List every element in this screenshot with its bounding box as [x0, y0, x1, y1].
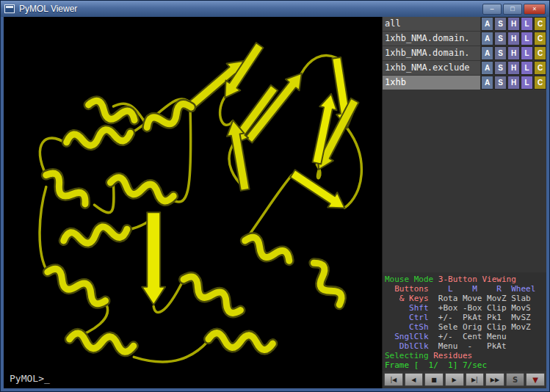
keys-label: & Keys — [385, 294, 433, 303]
stop-button[interactable]: ■ — [424, 373, 444, 386]
action-menu-button[interactable]: A — [481, 46, 493, 60]
ctrl-values: +/- PkAt Pk1 MvSZ — [433, 313, 530, 322]
hide-menu-button[interactable]: H — [507, 17, 520, 31]
snglclk-row: SnglClk +/- Cent Menu — [385, 332, 544, 341]
mouse-mode-value: 3-Button Viewing — [438, 275, 516, 284]
dblclk-values: Menu - PkAt — [433, 341, 506, 351]
mouse-mode-label: Mouse Mode — [385, 275, 438, 284]
selecting-label: Selecting — [385, 351, 433, 360]
hide-menu-button[interactable]: H — [507, 32, 520, 46]
scene-button[interactable]: S — [506, 373, 525, 386]
cartoon-helices — [43, 98, 345, 352]
color-menu-button[interactable]: C — [534, 46, 546, 60]
ctsh-values: Sele Orig Clip MovZ — [433, 322, 530, 332]
keys-values: Rota Move MovZ Slab — [433, 294, 530, 303]
color-menu-button[interactable]: C — [534, 76, 546, 90]
color-menu-button[interactable]: C — [534, 32, 546, 46]
step-forward-button[interactable]: ▶| — [466, 373, 485, 386]
selecting-mode-line[interactable]: Selecting Residues — [385, 351, 544, 360]
app-icon — [4, 4, 15, 13]
object-name[interactable]: 1xhb — [383, 76, 480, 90]
label-menu-button[interactable]: L — [521, 32, 533, 46]
object-row: 1xhb_NMA.exclude A S H L C — [383, 61, 546, 75]
shift-label: Shft — [385, 303, 433, 313]
object-name[interactable]: 1xhb_NMA.domain. — [383, 32, 480, 46]
mouse-mode-panel: Mouse Mode 3-Button Viewing Buttons L M … — [383, 272, 546, 371]
show-menu-button[interactable]: S — [494, 46, 507, 60]
show-menu-button[interactable]: S — [494, 76, 507, 90]
pymol-window: PyMOL Viewer – □ × — [0, 0, 550, 392]
dblclk-row: DblClk Menu - PkAt — [385, 341, 544, 351]
object-row: 1xhb_NMA.domain. A S H L C — [383, 46, 546, 60]
cartoon-strands — [142, 40, 362, 305]
shift-row: Shft +Box -Box Clip MovS — [385, 303, 544, 313]
label-menu-button[interactable]: L — [521, 61, 533, 75]
label-menu-button[interactable]: L — [521, 46, 533, 60]
object-name[interactable]: 1xhb_NMA.exclude — [383, 61, 480, 75]
step-back-button[interactable]: ◀ — [405, 373, 424, 386]
ctsh-label: CtSh — [385, 322, 433, 332]
label-menu-button[interactable]: L — [521, 17, 533, 31]
snglclk-label: SnglClk — [385, 332, 433, 341]
protein-cartoon — [4, 17, 382, 388]
viewport-3d[interactable]: PyMOL>_ — [4, 17, 382, 388]
window-controls: – □ × — [482, 4, 546, 15]
panel-collapse-button[interactable]: ▼ — [526, 373, 545, 386]
mouse-mode-line[interactable]: Mouse Mode 3-Button Viewing — [385, 275, 544, 284]
action-menu-button[interactable]: A — [481, 76, 493, 90]
window-title: PyMOL Viewer — [19, 4, 77, 14]
ctsh-row: CtSh Sele Orig Clip MovZ — [385, 322, 544, 332]
show-menu-button[interactable]: S — [494, 61, 507, 75]
object-name[interactable]: all — [383, 17, 480, 31]
seek-end-button[interactable]: ▶▶ — [485, 373, 504, 386]
frame-counter-line[interactable]: Frame [ 1/ 1] 7/sec — [385, 360, 544, 370]
action-menu-button[interactable]: A — [481, 61, 493, 75]
playback-bar: |◀ ◀ ■ ▶ ▶| ▶▶ S ▼ — [383, 371, 546, 388]
hide-menu-button[interactable]: H — [507, 46, 520, 60]
shift-values: +Box -Box Clip MovS — [433, 303, 530, 313]
buttons-header-line: Buttons L M R Wheel — [385, 284, 544, 294]
ctrl-row: Ctrl +/- PkAt Pk1 MvSZ — [385, 313, 544, 322]
selecting-value: Residues — [433, 351, 472, 360]
show-menu-button[interactable]: S — [494, 17, 507, 31]
object-name[interactable]: 1xhb_NMA.domain. — [383, 46, 480, 60]
close-button[interactable]: × — [524, 4, 546, 15]
ctrl-label: Ctrl — [385, 313, 433, 322]
color-menu-button[interactable]: C — [534, 17, 546, 31]
show-menu-button[interactable]: S — [494, 32, 507, 46]
dblclk-label: DblClk — [385, 341, 433, 351]
action-menu-button[interactable]: A — [481, 32, 493, 46]
buttons-label: Buttons — [385, 284, 433, 294]
hide-menu-button[interactable]: H — [507, 76, 520, 90]
object-row-selected: 1xhb A S H L C — [383, 76, 546, 90]
command-prompt[interactable]: PyMOL>_ — [10, 373, 50, 384]
label-menu-button[interactable]: L — [521, 76, 533, 90]
play-button[interactable]: ▶ — [445, 373, 464, 386]
main-content: PyMOL>_ all A S H L C 1xhb_NMA.domain. A… — [1, 17, 549, 391]
object-row: all A S H L C — [383, 17, 546, 31]
object-panel: all A S H L C 1xhb_NMA.domain. A S H L C… — [382, 17, 546, 388]
maximize-button[interactable]: □ — [503, 4, 522, 15]
buttons-columns: L M R Wheel — [433, 284, 535, 294]
keys-header-line: & Keys Rota Move MovZ Slab — [385, 294, 544, 303]
object-row: 1xhb_NMA.domain. A S H L C — [383, 32, 546, 46]
color-menu-button[interactable]: C — [534, 61, 546, 75]
minimize-button[interactable]: – — [482, 4, 502, 15]
seek-start-button[interactable]: |◀ — [384, 373, 403, 386]
action-menu-button[interactable]: A — [481, 17, 493, 31]
title-bar[interactable]: PyMOL Viewer – □ × — [1, 1, 549, 17]
snglclk-values: +/- Cent Menu — [433, 332, 506, 341]
hide-menu-button[interactable]: H — [507, 61, 520, 75]
